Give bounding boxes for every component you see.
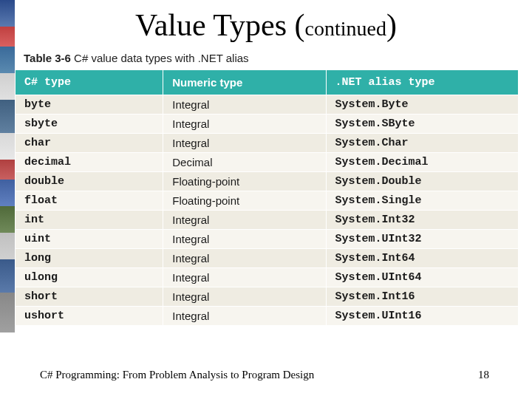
table-body: byteIntegralSystem.Byte sbyteIntegralSys… [16, 95, 519, 326]
cell-numeric: Integral [163, 230, 326, 249]
cell-alias: System.Byte [326, 95, 518, 115]
table-row: decimalDecimalSystem.Decimal [16, 153, 519, 172]
paren-close: ) [386, 8, 397, 42]
table-row: floatFloating-pointSystem.Single [16, 191, 519, 211]
cell-numeric: Integral [163, 211, 326, 230]
cell-numeric: Integral [163, 287, 326, 307]
cell-numeric: Decimal [163, 153, 326, 172]
cell-type: byte [16, 95, 163, 115]
cell-alias: System.Double [326, 172, 518, 191]
footer-page-number: 18 [478, 369, 489, 381]
cell-alias: System.Char [326, 134, 518, 153]
cell-type: long [16, 249, 163, 268]
cell-alias: System.UInt32 [326, 230, 518, 249]
cell-alias: System.Single [326, 191, 518, 211]
header-net-alias: .NET alias type [326, 70, 518, 95]
cell-alias: System.Int32 [326, 211, 518, 230]
types-table: C# type Numeric type .NET alias type byt… [15, 69, 519, 326]
title-main: Value Types [135, 8, 295, 42]
table-row: intIntegralSystem.Int32 [16, 211, 519, 230]
paren-open: ( [295, 8, 305, 42]
cell-numeric: Integral [163, 249, 326, 268]
cell-alias: System.Decimal [326, 153, 518, 172]
cell-alias: System.Int64 [326, 249, 518, 268]
table-caption: Table 3-6 C# value data types with .NET … [24, 52, 249, 64]
cell-alias: System.Int16 [326, 287, 518, 307]
cell-alias: System.SByte [326, 115, 518, 134]
cell-numeric: Integral [163, 115, 326, 134]
table-row: uintIntegralSystem.UInt32 [16, 230, 519, 249]
caption-label: Table 3-6 [24, 52, 71, 64]
table-row: doubleFloating-pointSystem.Double [16, 172, 519, 191]
cell-type: double [16, 172, 163, 191]
cell-numeric: Integral [163, 95, 326, 115]
table-row: ushortIntegralSystem.UInt16 [16, 307, 519, 326]
cell-type: sbyte [16, 115, 163, 134]
caption-text: C# value data types with .NET alias [71, 52, 249, 64]
cell-numeric: Floating-point [163, 191, 326, 211]
cell-type: ushort [16, 307, 163, 326]
cell-type: decimal [16, 153, 163, 172]
footer-book-title: C# Programming: From Problem Analysis to… [40, 369, 314, 381]
cell-numeric: Integral [163, 307, 326, 326]
cell-alias: System.UInt16 [326, 307, 518, 326]
title-sub: continued [305, 17, 386, 40]
cell-numeric: Floating-point [163, 172, 326, 191]
slide: Value Types (continued) Table 3-6 C# val… [0, 0, 532, 399]
table-row: longIntegralSystem.Int64 [16, 249, 519, 268]
table-row: charIntegralSystem.Char [16, 134, 519, 153]
table-header-row: C# type Numeric type .NET alias type [16, 70, 519, 95]
cell-type: uint [16, 230, 163, 249]
cell-numeric: Integral [163, 134, 326, 153]
cell-alias: System.UInt64 [326, 268, 518, 287]
table-row: shortIntegralSystem.Int16 [16, 287, 519, 307]
table-row: sbyteIntegralSystem.SByte [16, 115, 519, 134]
cell-type: float [16, 191, 163, 211]
header-csharp-type: C# type [16, 70, 163, 95]
header-numeric-type: Numeric type [163, 70, 326, 95]
cell-type: int [16, 211, 163, 230]
slide-title: Value Types (continued) [0, 7, 532, 43]
cell-type: ulong [16, 268, 163, 287]
table-row: ulongIntegralSystem.UInt64 [16, 268, 519, 287]
decorative-left-strip [0, 0, 15, 332]
cell-type: char [16, 134, 163, 153]
cell-numeric: Integral [163, 268, 326, 287]
cell-type: short [16, 287, 163, 307]
table-row: byteIntegralSystem.Byte [16, 95, 519, 115]
